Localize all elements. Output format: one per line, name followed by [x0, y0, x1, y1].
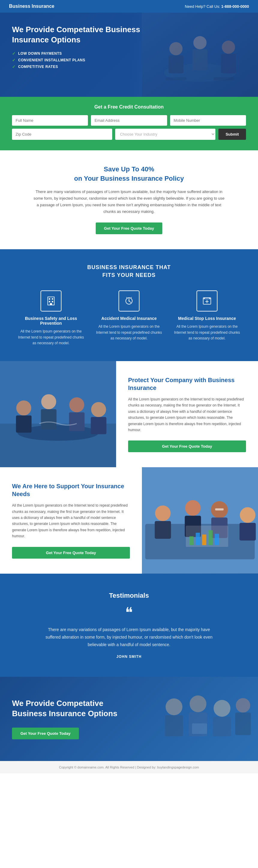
- testimonials-body: There are many variations of passages of…: [45, 626, 213, 649]
- svg-point-27: [209, 298, 210, 299]
- submit-button[interactable]: Submit: [218, 129, 246, 140]
- footer-text: Copyright © domainname.com. All Rights R…: [59, 766, 199, 769]
- svg-rect-65: [192, 723, 207, 734]
- bottom-hero-section: We Provide Competative Business Insuranc…: [0, 677, 258, 761]
- svg-rect-8: [165, 77, 187, 80]
- service-card-2: Accident Medical Insurance All the Lorem…: [96, 290, 162, 346]
- form-section: Get a Free Credit Consultation Choose Yo…: [0, 97, 258, 150]
- svg-point-30: [17, 425, 99, 441]
- svg-rect-15: [50, 303, 52, 305]
- phone-number[interactable]: 1-888-000-0000: [221, 4, 249, 9]
- svg-point-2: [170, 42, 183, 55]
- svg-point-26: [204, 298, 205, 299]
- email-input[interactable]: [91, 115, 167, 126]
- blue-section-title-2: FITS YOUR NEEDS: [12, 272, 246, 278]
- navbar-brand: Business Insurance: [9, 4, 54, 9]
- bottom-hero-title: We Provide Competative Business Insuranc…: [12, 699, 129, 719]
- svg-rect-32: [16, 415, 32, 433]
- svg-point-37: [91, 402, 106, 417]
- svg-rect-46: [215, 508, 223, 510]
- hero-feature-3: ✓ COMPETITIVE RATES: [12, 64, 141, 69]
- industry-select[interactable]: Choose Your IndustryRetailTechnologyHeal…: [115, 129, 215, 140]
- service-name-1: Business Safety and Loss Prevention: [18, 316, 84, 326]
- check-icon-2: ✓: [12, 58, 16, 63]
- svg-rect-9: [214, 77, 234, 80]
- service-name-3: Medical Stop Loss Insurance: [178, 316, 236, 321]
- save-cta-button[interactable]: Get Your Free Quote Today: [96, 222, 162, 234]
- svg-rect-13: [49, 301, 50, 303]
- svg-rect-5: [193, 49, 208, 70]
- svg-rect-51: [189, 536, 193, 545]
- svg-rect-53: [202, 534, 207, 545]
- svg-rect-28: [0, 361, 116, 467]
- save-title-line1: Save Up To 40%: [24, 165, 234, 173]
- support-body: All the Lorem Ipsum generators on the In…: [12, 502, 130, 539]
- svg-point-43: [185, 500, 201, 516]
- support-content: We Are Here to Support Your Insurance Ne…: [0, 467, 142, 574]
- svg-rect-49: [239, 523, 256, 540]
- protect-img-placeholder: [0, 361, 116, 467]
- navbar-contact: Need Help? Call Us: 1-888-000-0000: [185, 4, 249, 9]
- service-icon-3: [196, 290, 218, 311]
- check-icon-3: ✓: [12, 64, 16, 69]
- svg-point-31: [16, 401, 31, 415]
- save-body: There are many variations of passages of…: [33, 188, 225, 215]
- protect-image: [0, 361, 116, 467]
- svg-point-57: [165, 699, 182, 715]
- footer: Copyright © domainname.com. All Rights R…: [0, 761, 258, 773]
- bottom-hero-content: We Provide Competative Business Insuranc…: [12, 699, 129, 740]
- svg-rect-12: [52, 298, 53, 300]
- svg-rect-55: [215, 534, 219, 546]
- svg-point-1: [164, 64, 236, 82]
- service-icon-1: [40, 290, 62, 311]
- svg-rect-29: [0, 424, 116, 467]
- svg-line-20: [126, 297, 127, 299]
- svg-point-61: [214, 700, 230, 717]
- support-section: We Are Here to Support Your Insurance Ne…: [0, 467, 258, 574]
- mobile-input[interactable]: [170, 115, 246, 126]
- medical-icon: [201, 296, 212, 306]
- hero-title: We Provide Competative Business Insuranc…: [12, 25, 141, 45]
- support-cta-button[interactable]: Get Your Free Quote Today: [12, 547, 130, 559]
- support-img-placeholder: [142, 467, 258, 574]
- testimonials-title: Testimonials: [30, 592, 228, 599]
- blue-section: BUSINESS INSURANCE THAT FITS YOUR NEEDS …: [0, 249, 258, 361]
- quote-icon: ❝: [30, 606, 228, 620]
- svg-point-4: [193, 36, 207, 49]
- protect-body: All the Lorem Ipsum generators on the In…: [128, 396, 246, 433]
- service-card-1: Business Safety and Loss Prevention All …: [18, 290, 84, 346]
- hero-section: We Provide Competative Business Insuranc…: [0, 12, 258, 97]
- testimonials-section: Testimonials ❝ There are many variations…: [0, 574, 258, 677]
- building-icon: [46, 296, 57, 306]
- service-desc-2: All the Lorem Ipsum generators on the In…: [96, 324, 162, 341]
- help-text: Need Help? Call Us:: [185, 4, 220, 9]
- hero-content: We Provide Competative Business Insuranc…: [12, 25, 141, 71]
- hero-image: [142, 12, 258, 97]
- navbar: Business Insurance Need Help? Call Us: 1…: [0, 0, 258, 12]
- protect-content: Protect Your Company with Business Insur…: [116, 361, 258, 467]
- svg-rect-3: [169, 55, 184, 73]
- svg-rect-54: [209, 530, 213, 545]
- service-desc-3: All the Lorem Ipsum generators on the In…: [174, 324, 240, 341]
- save-section: Save Up To 40% on Your Business Insuranc…: [0, 150, 258, 249]
- support-image: [142, 467, 258, 574]
- svg-rect-38: [91, 417, 107, 434]
- svg-rect-34: [41, 409, 57, 430]
- bottom-hero-cta-button[interactable]: Get Your Free Quote Today: [12, 727, 79, 739]
- hero-features: ✓ LOW DOWN PAYMENTS ✓ CONVENIENT INSTALL…: [12, 51, 141, 69]
- svg-point-41: [155, 505, 171, 521]
- svg-point-19: [128, 301, 130, 302]
- svg-rect-52: [195, 533, 200, 545]
- support-title: We Are Here to Support Your Insurance Ne…: [12, 482, 130, 498]
- full-name-input[interactable]: [12, 115, 88, 126]
- service-name-2: Accident Medical Insurance: [101, 316, 157, 321]
- svg-point-33: [41, 394, 56, 409]
- services-grid: Business Safety and Loss Prevention All …: [12, 290, 246, 346]
- testimonials-author: JOHN SMITH: [30, 654, 228, 659]
- protect-cta-button[interactable]: Get Your Free Quote Today: [128, 440, 246, 452]
- form-row-2: Choose Your IndustryRetailTechnologyHeal…: [12, 129, 246, 140]
- service-icon-2: [118, 290, 140, 311]
- protect-title: Protect Your Company with Business Insur…: [128, 376, 246, 392]
- accident-icon: [123, 296, 135, 306]
- zip-input[interactable]: [12, 129, 112, 140]
